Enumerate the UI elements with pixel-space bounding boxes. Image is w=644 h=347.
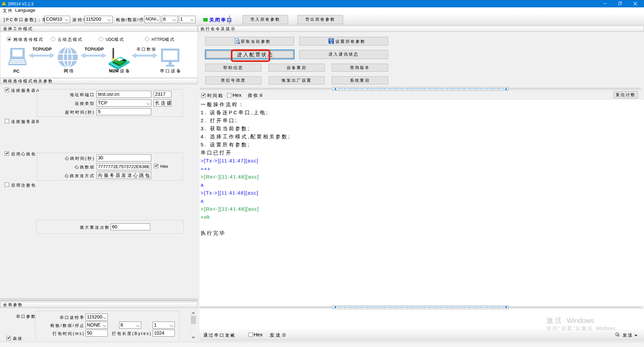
svg-text:TCP/UDP: TCP/UDP: [33, 47, 52, 52]
svg-text:PC: PC: [13, 69, 20, 74]
svg-text:TCP/UDP: TCP/UDP: [85, 47, 104, 52]
